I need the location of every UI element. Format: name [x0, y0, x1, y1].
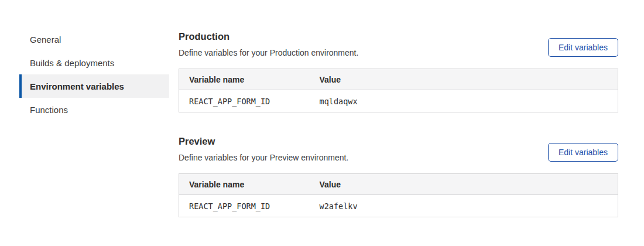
production-section-text: Production Define variables for your Pro…	[179, 30, 358, 58]
production-edit-variables-button[interactable]: Edit variables	[548, 38, 618, 57]
preview-section-description: Define variables for your Preview enviro…	[179, 153, 348, 163]
sidebar-item-label: Functions	[30, 105, 68, 115]
variable-value-cell: mqldaqwx	[310, 90, 618, 112]
value-column-header: Value	[310, 69, 618, 90]
production-variables-table: Variable name Value REACT_APP_FORM_ID mq…	[179, 69, 618, 112]
production-section-title: Production	[179, 30, 358, 43]
preview-edit-variables-button[interactable]: Edit variables	[548, 143, 618, 162]
sidebar-item-general[interactable]: General	[19, 28, 169, 51]
sidebar-item-environment-variables[interactable]: Environment variables	[19, 74, 169, 98]
preview-variables-table: Variable name Value REACT_APP_FORM_ID w2…	[179, 173, 618, 217]
preview-section-text: Preview Define variables for your Previe…	[179, 135, 348, 163]
table-row: REACT_APP_FORM_ID mqldaqwx	[179, 90, 618, 112]
sidebar-item-functions[interactable]: Functions	[19, 98, 169, 121]
preview-section-title: Preview	[179, 135, 348, 148]
preview-section: Preview Define variables for your Previe…	[179, 135, 618, 217]
production-section: Production Define variables for your Pro…	[179, 30, 618, 112]
variable-name-column-header: Variable name	[179, 69, 310, 90]
variable-name-cell: REACT_APP_FORM_ID	[179, 195, 310, 217]
variable-name-cell: REACT_APP_FORM_ID	[179, 90, 310, 112]
environment-variables-panel: Production Define variables for your Pro…	[179, 30, 618, 217]
sidebar-item-label: Environment variables	[30, 81, 124, 91]
value-column-header: Value	[310, 174, 618, 195]
settings-sidebar: General Builds & deployments Environment…	[19, 28, 169, 121]
sidebar-item-label: Builds & deployments	[30, 58, 114, 68]
variable-name-column-header: Variable name	[179, 174, 310, 195]
preview-section-header: Preview Define variables for your Previe…	[179, 135, 618, 163]
table-header-row: Variable name Value	[179, 69, 618, 90]
sidebar-item-label: General	[30, 35, 61, 45]
sidebar-item-builds-deployments[interactable]: Builds & deployments	[19, 51, 169, 74]
variable-value-cell: w2afelkv	[310, 195, 618, 217]
production-section-description: Define variables for your Production env…	[179, 48, 358, 58]
table-header-row: Variable name Value	[179, 174, 618, 195]
table-row: REACT_APP_FORM_ID w2afelkv	[179, 195, 618, 217]
production-section-header: Production Define variables for your Pro…	[179, 30, 618, 58]
